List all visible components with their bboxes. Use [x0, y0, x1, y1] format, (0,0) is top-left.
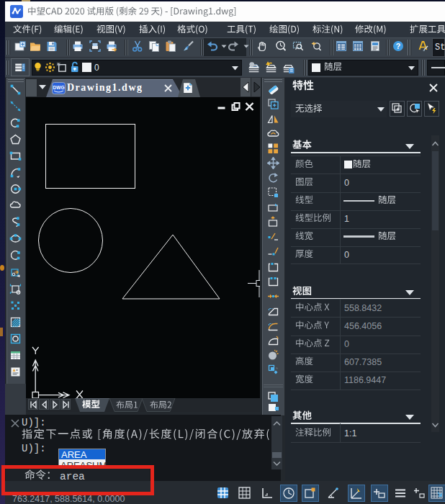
svg-text:DWG: DWG — [53, 85, 65, 90]
svg-text:?: ? — [396, 42, 400, 50]
